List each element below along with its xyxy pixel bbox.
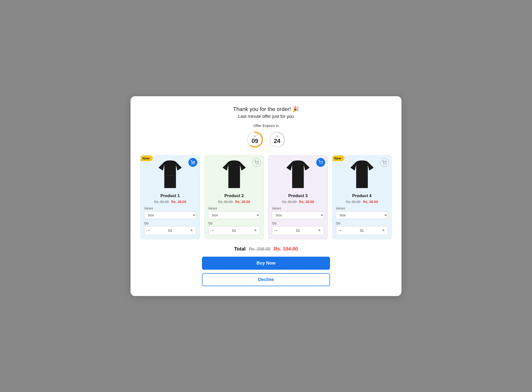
svg-point-5 (256, 164, 256, 164)
sale-price-1: Rs. 26.00 (171, 200, 186, 204)
seconds-value: 24 (274, 138, 281, 144)
product-name-4: Product 4 (336, 193, 388, 198)
minutes-value: 09 (252, 138, 258, 144)
product-prices-3: Rs. 52.00 Rs. 26.00 (272, 200, 324, 204)
product-prices-1: Rs. 52.00 Rs. 26.00 (144, 200, 196, 204)
product-name-2: Product 2 (208, 193, 260, 198)
product-prices-2: Rs. 52.00 Rs. 26.00 (208, 200, 260, 204)
qty-plus-3[interactable]: + (315, 226, 324, 235)
original-price-2: Rs. 52.00 (218, 200, 233, 204)
variant-label-2: Variant (208, 207, 260, 210)
svg-point-7 (320, 164, 320, 164)
qty-minus-3[interactable]: − (272, 226, 281, 235)
qty-plus-4[interactable]: + (379, 226, 388, 235)
product-prices-4: Rs. 52.00 Rs. 26.00 (336, 200, 388, 204)
original-price-3: Rs. 52.00 (282, 200, 297, 204)
timer-label: Offer Expires in (140, 124, 392, 128)
total-section: Total Rs. 208.00 Rs. 104.00 (140, 246, 392, 252)
variant-label-3: Variant (272, 207, 324, 210)
qty-value-1: 01 (153, 229, 187, 233)
variant-select-1[interactable]: Size SMLXL (144, 211, 196, 219)
qty-control-3: − 01 + (272, 226, 324, 235)
qty-value-3: 01 (281, 229, 315, 233)
original-price-4: Rs. 52.00 (346, 200, 361, 204)
qty-value-2: 01 (217, 229, 251, 233)
variant-select-2[interactable]: Size SMLXL (208, 211, 260, 219)
buy-now-button[interactable]: Buy Now (202, 257, 330, 270)
qty-value-4: 01 (345, 229, 379, 233)
timer-circles: M 09 S 24 (140, 131, 392, 148)
product-card-3: Product 3 Rs. 52.00 Rs. 26.00 Variant Si… (268, 155, 328, 239)
cart-button-1[interactable] (188, 158, 197, 167)
timer-section: Offer Expires in M 09 S (140, 124, 392, 148)
product-name-3: Product 3 (272, 193, 324, 198)
qty-plus-2[interactable]: + (251, 226, 260, 235)
timer-minutes: M 09 (246, 131, 264, 148)
original-price-1: Rs. 52.00 (154, 200, 169, 204)
qty-minus-4[interactable]: − (336, 226, 345, 235)
svg-point-10 (386, 164, 386, 164)
decline-button[interactable]: Decline (202, 273, 330, 286)
qty-minus-2[interactable]: − (208, 226, 217, 235)
total-original: Rs. 208.00 (249, 247, 270, 251)
seconds-unit: S (276, 135, 278, 138)
cart-button-2[interactable] (252, 158, 261, 167)
offer-subtitle: Last minute offer just for you (140, 114, 392, 119)
product-card-1: New product text Product 1 Rs. 52.00 Rs.… (140, 155, 200, 239)
variant-label-1: Variant (144, 207, 196, 210)
svg-point-9 (384, 164, 384, 164)
variant-select-3[interactable]: Size SMLXL (272, 211, 324, 219)
thank-you-title: Thank you for the order! 🎉 (140, 106, 392, 112)
product-card-4: New Product 4 Rs. 52.00 Rs. 26.00 Varian… (332, 155, 392, 239)
qty-control-1: − 01 + (144, 226, 196, 235)
product-name-1: Product 1 (144, 193, 196, 198)
sale-price-4: Rs. 26.00 (363, 200, 378, 204)
product-card-2: Product 2 Rs. 52.00 Rs. 26.00 Variant Si… (204, 155, 264, 239)
qty-label-4: Qty (336, 221, 388, 225)
total-sale: Rs. 104.00 (274, 246, 298, 251)
cart-button-4[interactable] (380, 158, 389, 167)
qty-label-3: Qty (272, 221, 324, 225)
svg-text:product text: product text (166, 174, 174, 176)
qty-label-1: Qty (144, 221, 196, 225)
new-badge-1: New (141, 156, 153, 161)
qty-label-2: Qty (208, 221, 260, 225)
new-badge-4: New (332, 156, 345, 161)
qty-plus-1[interactable]: + (187, 226, 196, 235)
sale-price-3: Rs. 26.00 (299, 200, 314, 204)
minutes-unit: M (254, 135, 256, 138)
svg-point-8 (322, 164, 322, 164)
qty-control-2: − 01 + (208, 226, 260, 235)
timer-seconds: S 24 (268, 131, 286, 148)
variant-label-4: Variant (336, 207, 388, 210)
variant-select-4[interactable]: Size SMLXL (336, 211, 388, 219)
svg-point-6 (258, 164, 258, 164)
qty-minus-1[interactable]: − (144, 226, 153, 235)
header-section: Thank you for the order! 🎉 Last minute o… (140, 106, 392, 119)
products-grid: New product text Product 1 Rs. 52.00 Rs.… (140, 155, 392, 239)
qty-control-4: − 01 + (336, 226, 388, 235)
sale-price-2: Rs. 26.00 (235, 200, 250, 204)
cart-button-3[interactable] (316, 158, 325, 167)
main-window: Thank you for the order! 🎉 Last minute o… (131, 96, 401, 296)
total-label: Total (234, 246, 246, 251)
